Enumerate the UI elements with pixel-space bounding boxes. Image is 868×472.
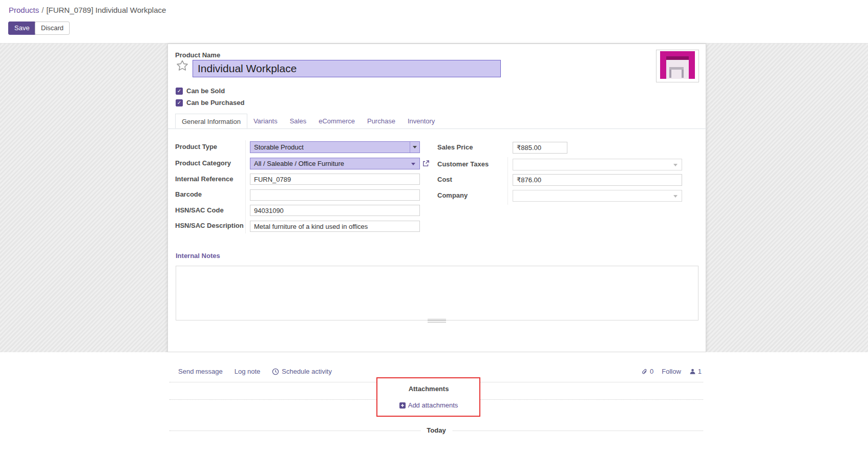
save-button[interactable]: Save	[8, 22, 36, 35]
can-be-purchased-checkbox[interactable]: ✓	[176, 99, 183, 106]
company-label: Company	[437, 191, 468, 199]
textarea-resize-handle[interactable]	[428, 319, 446, 323]
tab-variants[interactable]: Variants	[247, 114, 284, 128]
chatter: Send message Log note Schedule activity …	[0, 352, 868, 472]
product-category-label: Product Category	[175, 159, 231, 167]
product-name-label: Product Name	[175, 51, 220, 59]
add-attachments-button[interactable]: Add attachments	[399, 401, 458, 409]
attachments-panel: Attachments Add attachments	[377, 377, 480, 417]
tab-ecommerce[interactable]: eCommerce	[312, 114, 361, 128]
hsn-code-label: HSN/SAC Code	[175, 206, 224, 214]
tab-general-information[interactable]: General Information	[175, 114, 247, 128]
hsn-code-input[interactable]	[250, 205, 420, 216]
internal-reference-label: Internal Reference	[175, 175, 233, 183]
notebook-tabs: General Information Variants Sales eComm…	[168, 114, 707, 129]
customer-taxes-select[interactable]	[513, 159, 682, 170]
product-type-label: Product Type	[175, 143, 217, 151]
chevron-down-icon	[673, 195, 678, 198]
right-group-divider	[507, 157, 508, 205]
chevron-down-icon	[673, 164, 678, 166]
hsn-description-input[interactable]	[250, 221, 420, 232]
can-be-sold-row: ✓ Can be Sold	[176, 87, 225, 95]
cost-input[interactable]	[513, 174, 682, 186]
favorite-star-icon[interactable]	[176, 59, 188, 72]
log-note-button[interactable]: Log note	[235, 368, 261, 375]
breadcrumb-products-link[interactable]: Products	[9, 6, 39, 14]
send-message-button[interactable]: Send message	[178, 368, 223, 375]
internal-reference-input[interactable]	[250, 174, 420, 185]
select-caret	[410, 142, 419, 153]
breadcrumb: Products/[FURN_0789] Individual Workplac…	[9, 6, 166, 14]
product-form-sheet: Product Name ✓ Can be Sold ✓ C	[167, 44, 706, 352]
timeline-divider: Today	[170, 425, 703, 436]
breadcrumb-current: [FURN_0789] Individual Workplace	[46, 6, 166, 14]
user-icon	[689, 368, 696, 375]
can-be-purchased-label: Can be Purchased	[186, 99, 244, 106]
attachments-toggle-button[interactable]: 0	[641, 368, 653, 375]
discard-button[interactable]: Discard	[35, 22, 70, 35]
tab-inventory[interactable]: Inventory	[401, 114, 441, 128]
sales-price-label: Sales Price	[437, 143, 473, 151]
clock-icon	[272, 368, 279, 375]
breadcrumb-separator: /	[41, 6, 44, 14]
barcode-label: Barcode	[175, 190, 202, 198]
internal-notes-label: Internal Notes	[176, 252, 220, 260]
left-group-divider	[245, 140, 246, 233]
timeline-today-label: Today	[420, 426, 452, 434]
schedule-activity-button[interactable]: Schedule activity	[272, 368, 332, 375]
product-image[interactable]	[656, 50, 699, 82]
screen: Products/[FURN_0789] Individual Workplac…	[0, 0, 868, 472]
hsn-description-label: HSN/SAC Description	[175, 222, 244, 229]
paperclip-icon	[641, 368, 648, 375]
plus-square-icon	[399, 402, 406, 409]
product-name-input[interactable]	[193, 60, 501, 77]
product-category-select[interactable]: All / Saleable / Office Furniture	[250, 158, 420, 169]
top-bar: Products/[FURN_0789] Individual Workplac…	[0, 0, 868, 44]
sales-price-input[interactable]	[513, 142, 567, 154]
attachments-title: Attachments	[377, 385, 480, 393]
can-be-sold-label: Can be Sold	[186, 87, 225, 95]
customer-taxes-label: Customer Taxes	[437, 160, 489, 168]
can-be-purchased-row: ✓ Can be Purchased	[176, 98, 244, 107]
chevron-down-icon	[411, 163, 415, 165]
company-select[interactable]	[513, 190, 682, 202]
tab-sales[interactable]: Sales	[284, 114, 313, 128]
product-type-select[interactable]: Storable Product	[250, 141, 420, 153]
tab-purchase[interactable]: Purchase	[361, 114, 401, 128]
internal-notes-textarea[interactable]	[176, 266, 698, 320]
can-be-sold-checkbox[interactable]: ✓	[176, 88, 183, 95]
barcode-input[interactable]	[250, 189, 420, 201]
chatter-toolbar: Send message Log note Schedule activity	[178, 368, 332, 375]
follow-button[interactable]: Follow	[662, 368, 681, 375]
followers-button[interactable]: 1	[689, 368, 702, 375]
chatter-right-tools: 0 Follow 1	[641, 368, 702, 375]
cost-label: Cost	[437, 176, 452, 183]
external-link-icon[interactable]	[422, 160, 430, 167]
